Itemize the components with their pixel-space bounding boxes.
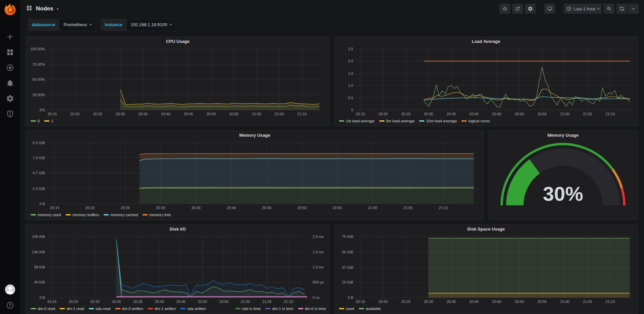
- legend-item-sda-io-time[interactable]: sda io time: [235, 307, 261, 311]
- legend-item-5m-load-average[interactable]: 5m load average: [379, 119, 415, 123]
- svg-text:9.3 GiB: 9.3 GiB: [33, 141, 45, 145]
- share-dashboard-button[interactable]: [512, 4, 523, 14]
- svg-text:1.5 ms: 1.5 ms: [313, 250, 324, 254]
- legend-item-dm-0-io-time[interactable]: dm-0 io time: [298, 307, 326, 311]
- disk-io-chart[interactable]: 20:1520:2020:2520:3020:3520:4020:4520:50…: [26, 233, 329, 305]
- svg-text:50.00%: 50.00%: [33, 77, 45, 81]
- datasource-select[interactable]: Prometheus ▾: [59, 19, 96, 31]
- legend-item-logical-cores[interactable]: logical cores: [462, 119, 490, 123]
- svg-text:20:40: 20:40: [227, 206, 236, 210]
- panel-load-average: Load Average 20:1520:2020:2520:3020:3520…: [334, 37, 638, 126]
- panel-title[interactable]: Memory Usage: [26, 131, 483, 139]
- svg-text:30%: 30%: [543, 183, 583, 205]
- svg-text:98 KiB: 98 KiB: [34, 265, 45, 269]
- legend-item-dm-1-io-time[interactable]: dm-1 io time: [265, 307, 293, 311]
- chevron-down-icon: ▾: [90, 22, 92, 27]
- svg-text:20:45: 20:45: [262, 206, 271, 210]
- refresh-interval-caret-button[interactable]: ▾: [628, 4, 639, 14]
- legend-item-memory-buffers[interactable]: memory buffers: [66, 213, 99, 217]
- star-dashboard-button[interactable]: [499, 4, 510, 14]
- dashboard-grid: CPU Usage 20:1520:2020:2520:3020:3520:40…: [20, 34, 644, 314]
- svg-text:20:30: 20:30: [156, 206, 165, 210]
- cycle-view-mode-button[interactable]: [544, 4, 555, 14]
- legend-item-dm-0-read[interactable]: dm-0 read: [31, 307, 55, 311]
- memory-usage-legend: memory usedmemory buffersmemory cachedme…: [26, 211, 483, 220]
- user-avatar[interactable]: [5, 285, 15, 295]
- grafana-logo[interactable]: [3, 3, 17, 17]
- svg-text:49 KiB: 49 KiB: [34, 280, 45, 284]
- clock-icon: [566, 6, 572, 11]
- cpu-usage-chart[interactable]: 20:1520:2020:2520:3020:3520:4020:4520:50…: [26, 46, 329, 117]
- svg-text:20:45: 20:45: [176, 300, 186, 304]
- panel-title[interactable]: Disk I/O: [26, 225, 329, 233]
- svg-text:20:55: 20:55: [219, 300, 229, 304]
- svg-text:21:05: 21:05: [275, 112, 284, 116]
- svg-text:21:00: 21:00: [368, 206, 377, 210]
- legend-item-15m-load-average[interactable]: 15m load average: [419, 119, 457, 123]
- legend-item-used[interactable]: used: [339, 307, 354, 311]
- legend-item-dm-0-written[interactable]: dm-0 written: [115, 307, 143, 311]
- svg-text:20:35: 20:35: [133, 300, 143, 304]
- help-button[interactable]: ?: [6, 301, 14, 309]
- zoom-out-time-button[interactable]: [604, 4, 614, 14]
- legend-item-0[interactable]: 0: [31, 119, 40, 123]
- legend-item-1m-load-average[interactable]: 1m load average: [339, 119, 375, 123]
- svg-text:1.0 ms: 1.0 ms: [313, 265, 324, 269]
- instance-select[interactable]: 192.168.1.18:9100 ▾: [126, 19, 176, 31]
- svg-text:20:15: 20:15: [47, 300, 57, 304]
- legend-item-sda-read[interactable]: sda read: [89, 307, 111, 311]
- variable-label: instance: [101, 19, 126, 31]
- svg-text:21:05: 21:05: [583, 300, 592, 304]
- legend-item-1[interactable]: 1: [44, 119, 53, 123]
- svg-text:20:30: 20:30: [116, 112, 125, 116]
- legend-item-memory-used[interactable]: memory used: [31, 213, 61, 217]
- sidebar-item-configuration[interactable]: [6, 95, 14, 103]
- dashboard-title-group[interactable]: Nodes ▾: [26, 5, 59, 13]
- svg-text:20:20: 20:20: [378, 300, 388, 304]
- svg-text:146 KiB: 146 KiB: [32, 250, 45, 254]
- svg-text:21:05: 21:05: [404, 206, 413, 210]
- memory-usage-chart[interactable]: 20:1520:2020:2520:3020:3520:4020:4520:50…: [26, 139, 483, 211]
- legend-item-memory-cached[interactable]: memory cached: [104, 213, 138, 217]
- svg-text:2.5: 2.5: [348, 47, 353, 51]
- legend-item-sda-written[interactable]: sda written: [180, 307, 206, 311]
- panel-title[interactable]: Load Average: [334, 37, 638, 46]
- cpu-usage-legend: 01: [26, 117, 329, 126]
- svg-text:1.0: 1.0: [348, 83, 353, 87]
- legend-item-dm-1-written[interactable]: dm-1 written: [148, 307, 176, 311]
- svg-text:20:30: 20:30: [424, 300, 433, 304]
- legend-item-memory-free[interactable]: memory free: [143, 213, 171, 217]
- legend-item-dm-1-read[interactable]: dm-1 read: [60, 307, 84, 311]
- sidebar-item-server-admin[interactable]: [6, 110, 14, 118]
- sidebar-item-create[interactable]: [6, 33, 14, 41]
- disk-space-usage-chart[interactable]: 20:1520:2020:2520:3020:3520:4020:4520:50…: [334, 233, 638, 305]
- svg-text:21:00: 21:00: [252, 112, 261, 116]
- panel-title[interactable]: Memory Usage: [488, 131, 638, 139]
- svg-text:21:05: 21:05: [262, 300, 272, 304]
- legend-item-available[interactable]: available: [359, 307, 381, 311]
- sidebar-item-explore[interactable]: [6, 64, 14, 72]
- svg-text:0 ns: 0 ns: [313, 296, 320, 300]
- sidebar-item-dashboards[interactable]: [6, 48, 14, 56]
- svg-text:20:50: 20:50: [515, 112, 524, 116]
- panel-title[interactable]: CPU Usage: [26, 37, 329, 46]
- svg-text:20:25: 20:25: [90, 300, 100, 304]
- sidebar-bottom: ?: [0, 285, 20, 309]
- svg-text:75.00%: 75.00%: [33, 62, 45, 66]
- variable-datasource: datasource Prometheus ▾: [28, 19, 96, 31]
- refresh-button[interactable]: [616, 4, 627, 14]
- memory-usage-gauge[interactable]: 30%: [488, 139, 638, 220]
- panel-title[interactable]: Disk Space Usage: [334, 225, 638, 233]
- svg-text:20:20: 20:20: [86, 206, 95, 210]
- load-average-chart[interactable]: 20:1520:2020:2520:3020:3520:4020:4520:50…: [334, 46, 638, 117]
- svg-text:21:10: 21:10: [439, 206, 448, 210]
- svg-text:20:25: 20:25: [401, 300, 411, 304]
- sidebar-item-alerting[interactable]: [6, 79, 14, 87]
- dashboard-settings-button[interactable]: [525, 4, 536, 14]
- dashboard-navbar: Nodes ▾ Last 1 hour ▾ ▾: [20, 0, 644, 17]
- time-range-picker[interactable]: Last 1 hour ▾: [564, 4, 602, 14]
- svg-text:21:10: 21:10: [284, 300, 293, 304]
- svg-text:20:55: 20:55: [229, 112, 238, 116]
- svg-text:500 µs: 500 µs: [313, 280, 324, 284]
- svg-text:195 KiB: 195 KiB: [32, 235, 45, 239]
